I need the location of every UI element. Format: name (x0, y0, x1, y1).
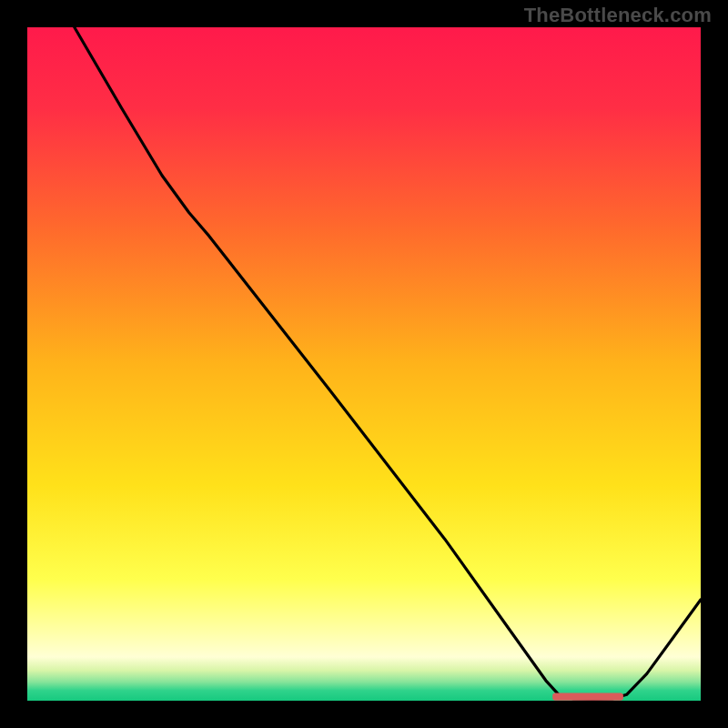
plot-background (27, 27, 701, 701)
chart-stage: TheBottleneck.com (0, 0, 728, 728)
watermark-text: TheBottleneck.com (524, 4, 712, 27)
bottleneck-chart (0, 0, 728, 728)
optimal-marker (552, 693, 623, 700)
